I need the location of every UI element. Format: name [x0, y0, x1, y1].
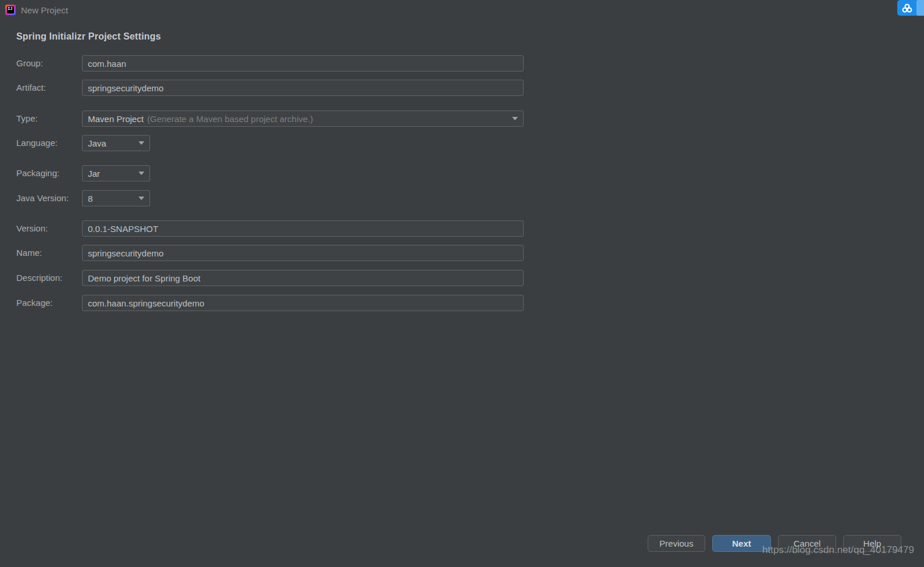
title-bar: IJ New Project: [0, 0, 924, 20]
type-dropdown[interactable]: Maven Project (Generate a Maven based pr…: [82, 110, 524, 127]
form-row-type: Type: Maven Project (Generate a Maven ba…: [16, 110, 524, 127]
group-label: Group:: [16, 55, 82, 72]
intellij-logo-glyph: IJ: [8, 6, 12, 11]
version-label: Version:: [16, 220, 82, 237]
window-title: New Project: [21, 5, 68, 15]
language-dropdown-value: Java: [88, 138, 106, 148]
form-row-packaging: Packaging: Jar: [16, 165, 150, 181]
cancel-button[interactable]: Cancel: [778, 535, 836, 552]
description-input[interactable]: [82, 270, 524, 286]
previous-button[interactable]: Previous: [648, 535, 705, 552]
page-title: Spring Initializr Project Settings: [16, 31, 161, 42]
packaging-label: Packaging:: [16, 165, 82, 181]
form-row-description: Description:: [16, 270, 524, 286]
help-button[interactable]: Help: [843, 535, 901, 552]
java-version-dropdown[interactable]: 8: [82, 190, 150, 206]
chevron-down-icon: [138, 141, 144, 145]
package-input[interactable]: [82, 295, 524, 311]
artifact-input[interactable]: [82, 80, 524, 96]
cloud-widget-edge[interactable]: [916, 0, 924, 16]
intellij-idea-logo-icon: IJ: [5, 5, 16, 15]
form-row-java-version: Java Version: 8: [16, 190, 150, 206]
form-row-package: Package:: [16, 295, 524, 311]
form-row-name: Name:: [16, 245, 524, 261]
next-button[interactable]: Next: [712, 535, 771, 552]
description-label: Description:: [16, 270, 82, 286]
language-dropdown[interactable]: Java: [82, 135, 150, 151]
form-row-artifact: Artifact:: [16, 80, 524, 96]
form-row-language: Language: Java: [16, 135, 150, 151]
chevron-down-icon: [138, 172, 144, 175]
packaging-dropdown[interactable]: Jar: [82, 165, 150, 181]
artifact-label: Artifact:: [16, 80, 82, 96]
language-label: Language:: [16, 135, 82, 151]
java-version-dropdown-value: 8: [88, 194, 93, 204]
type-dropdown-hint: (Generate a Maven based project archive.…: [147, 114, 313, 124]
type-label: Type:: [16, 110, 82, 127]
type-dropdown-value: Maven Project: [88, 114, 144, 124]
group-input[interactable]: [82, 55, 524, 72]
name-label: Name:: [16, 245, 82, 261]
version-input[interactable]: [82, 220, 524, 237]
form-row-version: Version:: [16, 220, 524, 237]
name-input[interactable]: [82, 245, 524, 261]
package-label: Package:: [16, 295, 82, 311]
java-version-label: Java Version:: [16, 190, 82, 206]
cloud-overlay-widget[interactable]: [897, 0, 924, 16]
baidu-cloud-icon[interactable]: [897, 0, 916, 16]
cloud-trefoil-glyph: [901, 3, 913, 13]
form-row-group: Group:: [16, 55, 524, 72]
chevron-down-icon: [512, 117, 518, 120]
chevron-down-icon: [138, 197, 144, 200]
packaging-dropdown-value: Jar: [88, 169, 100, 179]
